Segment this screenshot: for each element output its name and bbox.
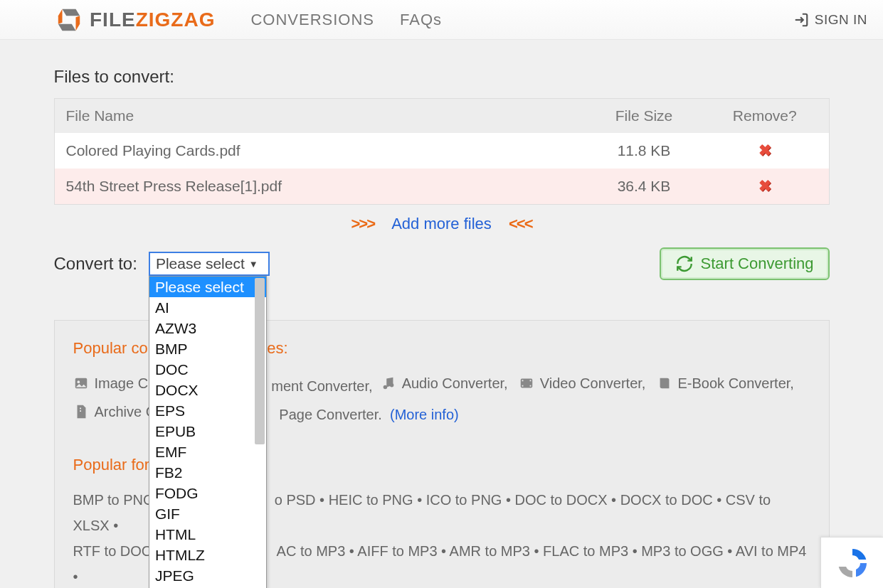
brand-text-file: FILE [90,9,136,31]
music-icon [381,375,396,391]
film-icon [519,375,534,391]
dropdown-option[interactable]: AI [149,297,266,318]
svg-marker-2 [58,23,76,31]
file-size-cell: 36.4 KB [587,169,701,205]
col-filename: File Name [54,99,587,134]
convert-to-selected: Please select [156,255,245,272]
dropdown-option[interactable]: GIF [149,503,266,524]
dropdown-option[interactable]: Please select [149,277,266,297]
brand-text-zigzag: ZIGZAG [136,9,216,31]
refresh-icon [675,255,694,273]
convert-to-dropdown[interactable]: Please select AI AZW3 BMP DOC DOCX EPS E… [149,276,267,588]
chevron-left-icon: <<< [509,215,532,232]
nav-faqs[interactable]: FAQs [400,11,442,29]
dropdown-option[interactable]: EPS [149,400,266,421]
cat-archive[interactable]: Archive C [73,399,157,424]
cat-document-suffix: ment Converter, [271,378,372,394]
add-more-row: >>> Add more files <<< [54,215,830,233]
svg-marker-1 [76,16,80,31]
more-info-link[interactable]: (More info) [390,407,459,422]
svg-point-6 [383,385,387,390]
recaptcha-icon [835,546,869,580]
svg-rect-14 [80,410,81,412]
cat-ebook[interactable]: E-Book Converter, [657,370,794,396]
add-more-files-link[interactable]: Add more files [391,215,492,232]
file-name-cell: 54th Street Press Release[1].pdf [54,169,587,205]
cat-page[interactable]: Page Converter. [279,407,382,422]
dropdown-option[interactable]: HTML [149,524,266,545]
convert-row: Convert to: Please select ▼ Please selec… [54,247,830,280]
convert-to-select[interactable]: Please select ▼ [149,252,270,276]
book-icon [657,375,672,391]
cat-video[interactable]: Video Converter, [519,370,646,396]
image-icon [73,375,89,391]
nav-conversions[interactable]: CONVERSIONS [250,11,374,29]
dropdown-option[interactable]: HTMLZ [149,545,266,565]
svg-rect-10 [522,385,523,387]
col-filesize: File Size [587,99,701,134]
svg-point-7 [389,383,393,387]
convert-to-label: Convert to: [54,254,137,274]
col-remove: Remove? [701,99,829,134]
svg-rect-13 [80,408,81,410]
logo-icon [55,6,83,33]
svg-point-5 [77,380,80,383]
files-heading: Files to convert: [54,67,830,87]
table-row: 54th Street Press Release[1].pdf 36.4 KB… [54,169,829,205]
file-name-cell: Colored Playing Cards.pdf [54,133,587,169]
signin-link[interactable]: SIGN IN [793,12,867,28]
recaptcha-badge [820,537,883,588]
svg-marker-0 [63,9,80,15]
cat-image[interactable]: Image C [73,370,149,396]
dropdown-option[interactable]: FB2 [149,462,266,483]
table-row: Colored Playing Cards.pdf 11.8 KB ✖ [54,133,829,169]
archive-icon [73,404,89,419]
svg-rect-11 [529,380,531,381]
dropdown-option[interactable]: DOC [149,359,266,380]
dropdown-option[interactable]: EPUB [149,421,266,442]
signin-icon [793,12,809,28]
remove-icon[interactable]: ✖ [758,177,771,195]
files-table: File Name File Size Remove? Colored Play… [54,98,830,205]
start-converting-button[interactable]: Start Converting [660,247,830,280]
dropdown-option[interactable]: EMF [149,442,266,462]
dropdown-option[interactable]: JPEG [149,565,266,586]
cat-audio[interactable]: Audio Converter, [381,370,508,396]
dropdown-scrollbar[interactable] [255,278,265,444]
chevron-right-icon: >>> [351,215,375,232]
file-size-cell: 11.8 KB [587,133,701,169]
dropdown-option[interactable]: DOCX [149,380,266,400]
main-nav: CONVERSIONS FAQs [250,11,442,29]
dropdown-option[interactable]: AZW3 [149,318,266,338]
signin-label: SIGN IN [815,12,867,28]
remove-icon[interactable]: ✖ [758,141,771,159]
dropdown-option[interactable]: FODG [149,483,266,503]
brand-logo[interactable]: FILEZIGZAG [55,6,215,33]
svg-rect-9 [522,380,523,381]
svg-marker-3 [58,9,63,23]
dropdown-option[interactable]: BMP [149,338,266,359]
svg-rect-12 [529,385,531,387]
caret-down-icon: ▼ [249,259,258,269]
start-converting-label: Start Converting [701,255,814,273]
top-bar: FILEZIGZAG CONVERSIONS FAQs SIGN IN [0,0,883,40]
